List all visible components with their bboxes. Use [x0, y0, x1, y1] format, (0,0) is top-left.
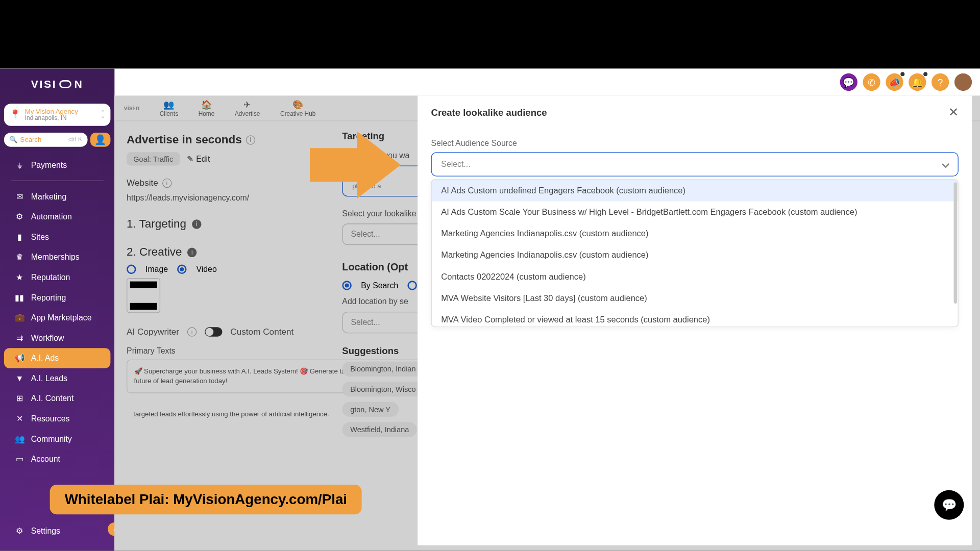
- sidebar-item-memberships[interactable]: ♛Memberships: [4, 247, 110, 267]
- sidebar-item-reporting[interactable]: ▮▮Reporting: [4, 287, 110, 308]
- sites-icon: ▮: [15, 232, 24, 241]
- content-icon: ⊞: [15, 394, 24, 403]
- sidebar-item-workflow[interactable]: ⇉Workflow: [4, 328, 110, 348]
- search-icon: 🔍: [9, 136, 17, 143]
- star-icon: ★: [15, 272, 24, 282]
- audience-source-select[interactable]: Select...: [431, 152, 959, 177]
- whitelabel-badge: Whitelabel Plai: MyVisionAgency.com/Plai: [50, 485, 362, 514]
- account-switcher[interactable]: 📍 My Vision Agency Indianapolis, IN ⌃⌄: [4, 104, 110, 126]
- community-icon: 👥: [15, 434, 24, 443]
- gear-icon: ⚙: [15, 527, 24, 536]
- chart-icon: ▮▮: [15, 293, 24, 302]
- dropdown-option[interactable]: MVA Video Completed or viewed at least 1…: [432, 309, 958, 328]
- sidebar-item-settings[interactable]: ⚙Settings: [4, 521, 110, 541]
- payments-icon: ⏚: [15, 160, 24, 169]
- mail-icon: ✉: [15, 192, 24, 201]
- account-icon: ▭: [15, 455, 24, 464]
- sidebar: VISIN 📍 My Vision Agency Indianapolis, I…: [0, 69, 114, 551]
- search-shortcut: ctrl K: [68, 136, 82, 143]
- sidebar-item-payments[interactable]: ⏚Payments: [4, 155, 110, 175]
- sidebar-item-account[interactable]: ▭Account: [4, 449, 110, 469]
- window-black-bar: [0, 0, 980, 69]
- logo: VISIN: [0, 69, 114, 100]
- sidebar-item-ai-leads[interactable]: ▼A.I. Leads: [4, 368, 110, 389]
- chat-fab[interactable]: 💬: [934, 490, 964, 520]
- dropdown-option[interactable]: Marketing Agencies Indianapolis.csv (cus…: [432, 244, 958, 266]
- sidebar-item-marketplace[interactable]: 💼App Marketplace: [4, 308, 110, 328]
- briefcase-icon: 💼: [15, 313, 24, 322]
- audience-source-label: Select Audience Source: [431, 139, 959, 148]
- megaphone-icon: 📢: [15, 354, 24, 363]
- sidebar-item-reputation[interactable]: ★Reputation: [4, 267, 110, 288]
- audience-dropdown: AI Ads Custom undefined Engagers Faceboo…: [431, 179, 959, 327]
- dropdown-option[interactable]: AI Ads Custom undefined Engagers Faceboo…: [432, 180, 958, 201]
- pin-icon: 📍: [9, 109, 20, 120]
- sidebar-item-automation[interactable]: ⚙Automation: [4, 207, 110, 227]
- user-button[interactable]: 👤: [90, 133, 111, 147]
- chevron-down-icon: [942, 161, 949, 168]
- sidebar-item-community[interactable]: 👥Community: [4, 429, 110, 449]
- sidebar-item-marketing[interactable]: ✉Marketing: [4, 186, 110, 207]
- close-icon[interactable]: ✕: [948, 105, 959, 120]
- memberships-icon: ♛: [15, 253, 24, 262]
- automation-icon: ⚙: [15, 212, 24, 221]
- workflow-icon: ⇉: [15, 333, 24, 342]
- chevron-updown-icon: ⌃⌄: [101, 111, 105, 119]
- modal-title: Create lookalike audience: [431, 107, 547, 118]
- scrollbar[interactable]: [954, 183, 958, 304]
- sidebar-item-ai-ads[interactable]: 📢A.I. Ads: [4, 348, 110, 368]
- tools-icon: ✕: [15, 414, 24, 423]
- lookalike-modal: Create lookalike audience ✕ Select Audie…: [418, 95, 972, 545]
- funnel-icon: ▼: [15, 373, 24, 383]
- sidebar-item-sites[interactable]: ▮Sites: [4, 227, 110, 247]
- dropdown-option[interactable]: Contacts 02022024 (custom audience): [432, 266, 958, 287]
- select-placeholder: Select...: [441, 160, 470, 169]
- sidebar-item-resources[interactable]: ✕Resources: [4, 409, 110, 429]
- dropdown-option[interactable]: AI Ads Custom Scale Your Business w/ Hig…: [432, 202, 958, 223]
- account-location: Indianapolis, IN: [25, 115, 96, 122]
- dropdown-option[interactable]: MVA Website Visitors [Last 30 days] (cus…: [432, 287, 958, 309]
- dropdown-option[interactable]: Marketing Agencies Indianapolis.csv (cus…: [432, 223, 958, 244]
- search-input[interactable]: 🔍 Search ctrl K: [4, 133, 88, 147]
- sidebar-item-ai-content[interactable]: ⊞A.I. Content: [4, 388, 110, 409]
